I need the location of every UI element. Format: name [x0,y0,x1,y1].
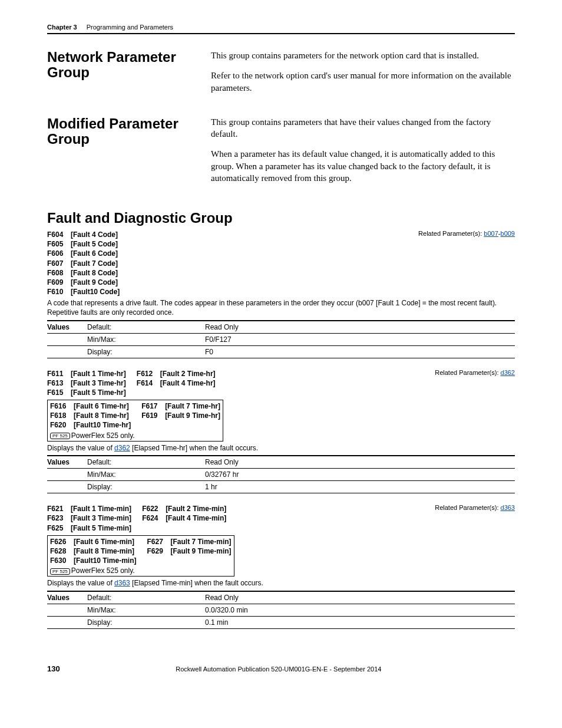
paragraph: When a parameter has its default value c… [211,148,515,184]
section-heading: Modified Parameter Group [47,116,194,192]
block-description: Displays the value of d363 [Elapsed Time… [47,579,515,588]
values-table: ValuesDefault:Read Only Min/Max:0.0/320.… [47,591,515,629]
chapter-title: Programming and Parameters [87,24,173,31]
section-heading: Network Parameter Group [47,50,194,102]
link-d363-inline[interactable]: d363 [114,579,130,587]
related-parameters: Related Parameter(s): d363 [435,504,515,511]
values-table: ValuesDefault:Read Only Min/Max:F0/F127 … [47,320,515,358]
link-b009[interactable]: b009 [501,230,515,237]
fault-time-hr-list: F611[Fault 1 Time-hr] F613[Fault 3 Time-… [47,369,223,442]
page-footer: 130 Rockwell Automation Publication 520-… [47,664,515,673]
section-body: This group contains parameters that have… [211,116,515,192]
block-description: Displays the value of d362 [Elapsed Time… [47,444,515,453]
param-block-header: F604[Fault 4 Code] F605[Fault 5 Code] F6… [47,230,515,297]
paragraph: Refer to the network option card's user … [211,70,515,94]
link-d362[interactable]: d362 [501,369,515,376]
pf525-box: F626[Fault 6 Time-min] F628[Fault 8 Time… [47,535,234,577]
related-parameters: Related Parameter(s): b007-b009 [418,230,515,237]
section-network: Network Parameter Group This group conta… [47,50,515,102]
paragraph: This group contains parameters for the n… [211,50,515,61]
paragraph: This group contains parameters that have… [211,116,515,140]
page-number: 130 [47,664,60,673]
param-block-header: F611[Fault 1 Time-hr] F613[Fault 3 Time-… [47,369,515,442]
related-parameters: Related Parameter(s): d362 [435,369,515,376]
section-modified: Modified Parameter Group This group cont… [47,116,515,192]
link-d362-inline[interactable]: d362 [114,444,130,452]
pf525-badge: PF 525 [50,568,70,575]
block-description: A code that represents a drive fault. Th… [47,299,515,317]
chapter-label: Chapter 3 [47,24,77,31]
param-block-header: F621[Fault 1 Time-min] F623[Fault 3 Time… [47,504,515,577]
section-heading-fault: Fault and Diagnostic Group [47,210,515,226]
running-header: Chapter 3 Programming and Parameters [47,24,515,34]
fault-time-min-list: F621[Fault 1 Time-min] F623[Fault 3 Time… [47,504,234,577]
pf525-box: F616[Fault 6 Time-hr] F618[Fault 8 Time-… [47,400,223,442]
link-d363[interactable]: d363 [501,504,515,511]
link-b007[interactable]: b007 [484,230,498,237]
section-body: This group contains parameters for the n… [211,50,515,102]
values-table: ValuesDefault:Read Only Min/Max:0/32767 … [47,455,515,493]
pf525-badge: PF 525 [50,433,70,439]
fault-code-list: F604[Fault 4 Code] F605[Fault 5 Code] F6… [47,230,120,297]
publication-id: Rockwell Automation Publication 520-UM00… [60,666,497,673]
